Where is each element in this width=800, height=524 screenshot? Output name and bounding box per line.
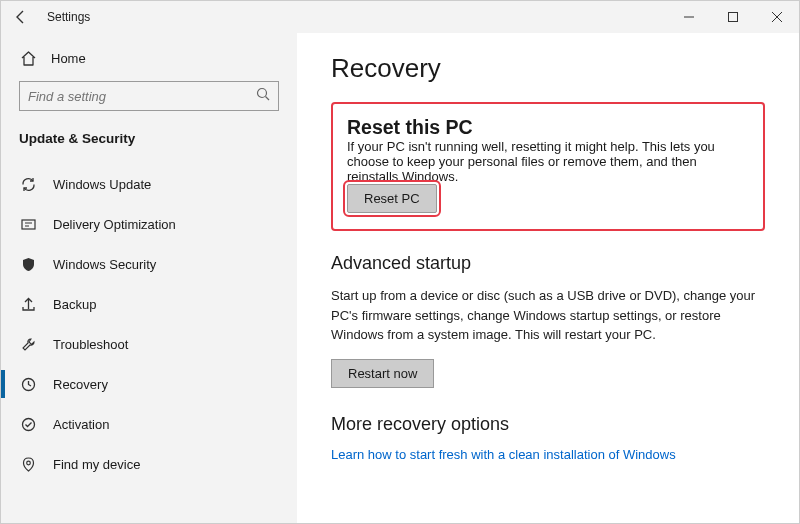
- restart-now-button[interactable]: Restart now: [331, 359, 434, 388]
- activation-icon: [19, 415, 37, 433]
- sidebar-item-backup[interactable]: Backup: [1, 284, 297, 324]
- recovery-icon: [19, 375, 37, 393]
- main-content: Recovery Reset this PC If your PC isn't …: [297, 33, 799, 524]
- sidebar-item-find-my-device[interactable]: Find my device: [1, 444, 297, 484]
- svg-rect-0: [729, 13, 738, 22]
- sidebar-item-windows-security[interactable]: Windows Security: [1, 244, 297, 284]
- sidebar-item-label: Troubleshoot: [53, 337, 128, 352]
- more-recovery-section: More recovery options Learn how to start…: [331, 414, 765, 462]
- reset-body: If your PC isn't running well, resetting…: [347, 139, 749, 184]
- home-icon: [19, 49, 37, 67]
- advanced-heading: Advanced startup: [331, 253, 765, 274]
- svg-point-5: [26, 461, 30, 465]
- sidebar-item-troubleshoot[interactable]: Troubleshoot: [1, 324, 297, 364]
- sidebar-item-label: Backup: [53, 297, 96, 312]
- advanced-body: Start up from a device or disc (such as …: [331, 286, 765, 345]
- app-title: Settings: [47, 10, 90, 24]
- reset-pc-button[interactable]: Reset PC: [347, 184, 437, 213]
- reset-heading: Reset this PC: [347, 116, 749, 139]
- sidebar: Home Update & Security Windows Update De…: [1, 33, 297, 524]
- minimize-icon: [684, 12, 694, 22]
- delivery-icon: [19, 215, 37, 233]
- sidebar-item-label: Activation: [53, 417, 109, 432]
- window-controls: [667, 1, 799, 33]
- close-button[interactable]: [755, 1, 799, 33]
- sidebar-item-label: Windows Update: [53, 177, 151, 192]
- home-nav[interactable]: Home: [1, 39, 297, 81]
- backup-icon: [19, 295, 37, 313]
- sidebar-item-delivery-optimization[interactable]: Delivery Optimization: [1, 204, 297, 244]
- svg-point-1: [258, 89, 267, 98]
- search-input[interactable]: [19, 81, 279, 111]
- titlebar: Settings: [1, 1, 799, 33]
- wrench-icon: [19, 335, 37, 353]
- back-button[interactable]: [1, 1, 41, 33]
- sync-icon: [19, 175, 37, 193]
- fresh-start-link[interactable]: Learn how to start fresh with a clean in…: [331, 447, 676, 462]
- sidebar-item-label: Find my device: [53, 457, 140, 472]
- back-arrow-icon: [13, 9, 29, 25]
- sidebar-item-label: Recovery: [53, 377, 108, 392]
- more-heading: More recovery options: [331, 414, 765, 435]
- advanced-startup-section: Advanced startup Start up from a device …: [331, 253, 765, 388]
- sidebar-item-recovery[interactable]: Recovery: [1, 364, 297, 404]
- find-device-icon: [19, 455, 37, 473]
- page-title: Recovery: [331, 53, 765, 84]
- search-wrap: [19, 81, 279, 111]
- category-title: Update & Security: [1, 127, 297, 164]
- maximize-icon: [728, 12, 738, 22]
- sidebar-item-label: Delivery Optimization: [53, 217, 176, 232]
- svg-point-4: [22, 418, 34, 430]
- sidebar-item-activation[interactable]: Activation: [1, 404, 297, 444]
- home-label: Home: [51, 51, 86, 66]
- minimize-button[interactable]: [667, 1, 711, 33]
- sidebar-item-windows-update[interactable]: Windows Update: [1, 164, 297, 204]
- reset-pc-section: Reset this PC If your PC isn't running w…: [331, 102, 765, 231]
- maximize-button[interactable]: [711, 1, 755, 33]
- shield-icon: [19, 255, 37, 273]
- close-icon: [772, 12, 782, 22]
- svg-rect-2: [22, 220, 35, 229]
- search-icon: [256, 87, 271, 102]
- sidebar-item-label: Windows Security: [53, 257, 156, 272]
